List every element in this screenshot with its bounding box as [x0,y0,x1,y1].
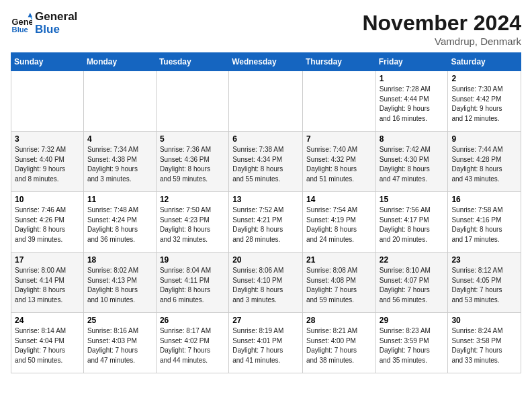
day-info: Sunrise: 7:46 AM Sunset: 4:26 PM Dayligh… [15,205,80,244]
calendar-cell: 25Sunrise: 8:16 AM Sunset: 4:03 PM Dayli… [83,313,156,373]
weekday-header: Tuesday [156,53,228,71]
calendar-week-row: 1Sunrise: 7:28 AM Sunset: 4:44 PM Daylig… [11,71,521,132]
calendar-cell: 13Sunrise: 7:52 AM Sunset: 4:21 PM Dayli… [229,192,303,253]
calendar-cell: 10Sunrise: 7:46 AM Sunset: 4:26 PM Dayli… [11,192,84,253]
calendar-cell [229,71,303,132]
day-info: Sunrise: 8:19 AM Sunset: 4:01 PM Dayligh… [232,326,299,365]
weekday-header: Sunday [11,53,84,71]
calendar-cell: 14Sunrise: 7:54 AM Sunset: 4:19 PM Dayli… [302,192,375,253]
day-number: 13 [232,195,299,204]
day-info: Sunrise: 7:38 AM Sunset: 4:34 PM Dayligh… [232,145,299,184]
day-info: Sunrise: 7:36 AM Sunset: 4:36 PM Dayligh… [160,145,225,184]
day-number: 14 [306,195,372,204]
calendar-cell: 11Sunrise: 7:48 AM Sunset: 4:24 PM Dayli… [83,192,156,253]
logo: General Blue General Blue [11,11,77,36]
calendar-cell: 23Sunrise: 8:12 AM Sunset: 4:05 PM Dayli… [448,253,521,313]
logo-text-line1: General [35,11,77,24]
day-number: 25 [87,316,152,325]
calendar-cell: 1Sunrise: 7:28 AM Sunset: 4:44 PM Daylig… [375,71,448,132]
calendar-cell: 21Sunrise: 8:08 AM Sunset: 4:08 PM Dayli… [302,253,375,313]
calendar-cell: 7Sunrise: 7:40 AM Sunset: 4:32 PM Daylig… [302,132,375,192]
day-number: 8 [380,134,445,144]
weekday-header: Wednesday [229,53,303,71]
calendar-week-row: 17Sunrise: 8:00 AM Sunset: 4:14 PM Dayli… [11,253,521,313]
day-number: 19 [160,255,225,265]
day-info: Sunrise: 7:48 AM Sunset: 4:24 PM Dayligh… [87,205,152,244]
day-number: 27 [232,316,299,325]
day-info: Sunrise: 8:10 AM Sunset: 4:07 PM Dayligh… [380,266,445,305]
calendar-cell: 30Sunrise: 8:24 AM Sunset: 3:58 PM Dayli… [448,313,521,373]
svg-text:Blue: Blue [12,25,28,33]
calendar-cell: 9Sunrise: 7:44 AM Sunset: 4:28 PM Daylig… [448,132,521,192]
weekday-header: Saturday [448,53,521,71]
day-number: 16 [451,195,517,204]
day-info: Sunrise: 8:16 AM Sunset: 4:03 PM Dayligh… [87,326,152,365]
day-info: Sunrise: 8:24 AM Sunset: 3:58 PM Dayligh… [451,326,517,365]
weekday-header: Thursday [302,53,375,71]
day-number: 3 [15,134,80,144]
day-number: 9 [451,134,517,144]
day-info: Sunrise: 7:54 AM Sunset: 4:19 PM Dayligh… [306,205,372,244]
calendar-cell: 22Sunrise: 8:10 AM Sunset: 4:07 PM Dayli… [375,253,448,313]
calendar-cell: 12Sunrise: 7:50 AM Sunset: 4:23 PM Dayli… [156,192,228,253]
day-info: Sunrise: 7:58 AM Sunset: 4:16 PM Dayligh… [451,205,517,244]
day-info: Sunrise: 8:21 AM Sunset: 4:00 PM Dayligh… [306,326,372,365]
calendar-cell: 16Sunrise: 7:58 AM Sunset: 4:16 PM Dayli… [448,192,521,253]
day-number: 5 [160,134,225,144]
calendar-cell: 17Sunrise: 8:00 AM Sunset: 4:14 PM Dayli… [11,253,84,313]
day-number: 23 [451,255,517,265]
logo-text-line2: Blue [35,24,77,36]
calendar-cell [156,71,228,132]
calendar-cell: 24Sunrise: 8:14 AM Sunset: 4:04 PM Dayli… [11,313,84,373]
svg-marker-2 [28,13,32,17]
page-header: General Blue General Blue November 2024 … [11,11,521,47]
day-info: Sunrise: 8:17 AM Sunset: 4:02 PM Dayligh… [160,326,225,365]
calendar-cell: 6Sunrise: 7:38 AM Sunset: 4:34 PM Daylig… [229,132,303,192]
calendar-cell: 28Sunrise: 8:21 AM Sunset: 4:00 PM Dayli… [302,313,375,373]
day-info: Sunrise: 7:42 AM Sunset: 4:30 PM Dayligh… [380,145,445,184]
calendar-table: SundayMondayTuesdayWednesdayThursdayFrid… [11,52,521,373]
day-number: 30 [451,316,517,325]
calendar-cell: 19Sunrise: 8:04 AM Sunset: 4:11 PM Dayli… [156,253,228,313]
day-number: 17 [15,255,80,265]
calendar-cell [11,71,84,132]
day-info: Sunrise: 8:02 AM Sunset: 4:13 PM Dayligh… [87,266,152,305]
calendar-week-row: 24Sunrise: 8:14 AM Sunset: 4:04 PM Dayli… [11,313,521,373]
calendar-cell [302,71,375,132]
day-number: 29 [380,316,445,325]
day-info: Sunrise: 8:14 AM Sunset: 4:04 PM Dayligh… [15,326,80,365]
day-info: Sunrise: 7:28 AM Sunset: 4:44 PM Dayligh… [380,85,445,124]
day-number: 6 [232,134,299,144]
day-info: Sunrise: 8:04 AM Sunset: 4:11 PM Dayligh… [160,266,225,305]
day-info: Sunrise: 8:08 AM Sunset: 4:08 PM Dayligh… [306,266,372,305]
calendar-cell: 18Sunrise: 8:02 AM Sunset: 4:13 PM Dayli… [83,253,156,313]
calendar-cell: 27Sunrise: 8:19 AM Sunset: 4:01 PM Dayli… [229,313,303,373]
logo-icon: General Blue [11,13,32,34]
day-info: Sunrise: 7:40 AM Sunset: 4:32 PM Dayligh… [306,145,372,184]
day-info: Sunrise: 7:44 AM Sunset: 4:28 PM Dayligh… [451,145,517,184]
weekday-header: Monday [83,53,156,71]
calendar-cell: 3Sunrise: 7:32 AM Sunset: 4:40 PM Daylig… [11,132,84,192]
day-number: 21 [306,255,372,265]
calendar-cell: 2Sunrise: 7:30 AM Sunset: 4:42 PM Daylig… [448,71,521,132]
calendar-cell: 5Sunrise: 7:36 AM Sunset: 4:36 PM Daylig… [156,132,228,192]
day-number: 20 [232,255,299,265]
calendar-cell: 26Sunrise: 8:17 AM Sunset: 4:02 PM Dayli… [156,313,228,373]
day-number: 4 [87,134,152,144]
calendar-cell: 15Sunrise: 7:56 AM Sunset: 4:17 PM Dayli… [375,192,448,253]
calendar-header-row: SundayMondayTuesdayWednesdayThursdayFrid… [11,53,521,71]
calendar-week-row: 10Sunrise: 7:46 AM Sunset: 4:26 PM Dayli… [11,192,521,253]
day-info: Sunrise: 8:00 AM Sunset: 4:14 PM Dayligh… [15,266,80,305]
day-info: Sunrise: 7:52 AM Sunset: 4:21 PM Dayligh… [232,205,299,244]
day-number: 26 [160,316,225,325]
day-info: Sunrise: 8:23 AM Sunset: 3:59 PM Dayligh… [380,326,445,365]
day-number: 22 [380,255,445,265]
day-info: Sunrise: 7:32 AM Sunset: 4:40 PM Dayligh… [15,145,80,184]
day-number: 18 [87,255,152,265]
day-number: 1 [380,74,445,83]
day-number: 10 [15,195,80,204]
calendar-week-row: 3Sunrise: 7:32 AM Sunset: 4:40 PM Daylig… [11,132,521,192]
day-number: 11 [87,195,152,204]
day-number: 28 [306,316,372,325]
calendar-cell: 29Sunrise: 8:23 AM Sunset: 3:59 PM Dayli… [375,313,448,373]
